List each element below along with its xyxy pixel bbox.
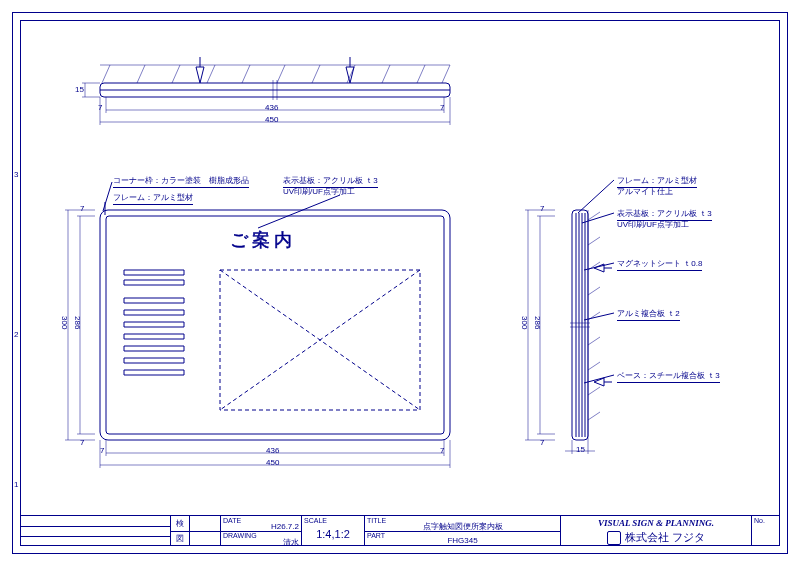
svg-rect-34 <box>124 358 184 363</box>
dim-front-7l: 7 <box>100 446 104 455</box>
front-leaders <box>100 175 360 225</box>
dim-top-15: 15 <box>75 85 84 94</box>
svg-line-82 <box>584 263 614 270</box>
svg-line-9 <box>312 65 320 83</box>
svg-line-12 <box>417 65 425 83</box>
tb-kensa: 検 <box>173 518 187 529</box>
tb-zu: 図 <box>173 533 187 544</box>
svg-line-83 <box>584 313 614 320</box>
svg-line-7 <box>242 65 250 83</box>
svg-rect-35 <box>124 370 184 375</box>
svg-rect-32 <box>124 334 184 339</box>
svg-line-11 <box>382 65 390 83</box>
svg-line-40 <box>103 182 112 211</box>
front-dims-v <box>55 210 105 460</box>
dim-side-300: 300 <box>520 316 529 329</box>
tb-no-label: No. <box>754 517 778 524</box>
tb-date: H26.7.2 <box>223 522 299 531</box>
svg-line-8 <box>277 65 285 83</box>
title-block: 検 図 DATE H26.7.2 DRAWING 清水 SCALE 1:4,1:… <box>20 516 780 546</box>
dim-top-436: 436 <box>265 103 278 112</box>
tb-title: 点字触知図便所案内板 <box>367 521 558 532</box>
sign-title: ご案内 <box>230 228 296 252</box>
dim-side-286: 286 <box>533 316 542 329</box>
anno-side-alumi: アルミ複合板 ｔ2 <box>617 308 680 321</box>
drawing-sheet: 3 2 1 15 7 7 <box>0 0 800 566</box>
anno-side-magnet: マグネットシート ｔ0.8 <box>617 258 702 271</box>
row-index-2: 2 <box>14 330 18 339</box>
anno-side-panel2: UV印刷/UF点字加工 <box>617 219 689 230</box>
front-dims-h <box>100 440 460 475</box>
dim-top-7r: 7 <box>440 103 444 112</box>
svg-line-81 <box>582 213 614 223</box>
anno-side-base: ベース：スチール複合板 ｔ3 <box>617 370 720 383</box>
dim-side-7t: 7 <box>540 204 544 213</box>
svg-line-41 <box>258 195 340 228</box>
dim-front-7t: 7 <box>80 204 84 213</box>
anno-side-frame2: アルマイト仕上 <box>617 186 673 197</box>
tb-part: FHG345 <box>367 536 558 545</box>
dim-top-7l: 7 <box>98 103 102 112</box>
side-dims-v <box>515 210 565 460</box>
svg-rect-30 <box>124 310 184 315</box>
svg-line-13 <box>442 65 450 83</box>
tb-tag: VISUAL SIGN & PLANNING. <box>563 518 749 528</box>
svg-rect-27 <box>124 270 184 275</box>
tb-drawing: 清水 <box>223 537 299 548</box>
dim-front-7b: 7 <box>80 438 84 447</box>
logo-icon <box>607 531 621 545</box>
svg-rect-31 <box>124 322 184 327</box>
svg-line-4 <box>137 65 145 83</box>
dim-side-7b: 7 <box>540 438 544 447</box>
svg-line-6 <box>207 65 215 83</box>
svg-rect-33 <box>124 346 184 351</box>
dim-front-286: 286 <box>73 316 82 329</box>
dim-side-15: 15 <box>576 445 585 454</box>
row-index-3: 3 <box>14 170 18 179</box>
dim-top-450: 450 <box>265 115 278 124</box>
svg-rect-28 <box>124 280 184 285</box>
dim-front-436: 436 <box>266 446 279 455</box>
tb-scale-label: SCALE <box>304 517 362 524</box>
dim-front-7r: 7 <box>440 446 444 455</box>
tb-scale: 1:4,1:2 <box>304 528 362 540</box>
tb-company: 株式会社 フジタ <box>563 530 749 545</box>
svg-line-5 <box>172 65 180 83</box>
svg-rect-29 <box>124 298 184 303</box>
svg-line-3 <box>102 65 110 83</box>
svg-line-84 <box>584 375 614 383</box>
dim-front-300: 300 <box>60 316 69 329</box>
row-index-1: 1 <box>14 480 18 489</box>
dim-front-450: 450 <box>266 458 279 467</box>
